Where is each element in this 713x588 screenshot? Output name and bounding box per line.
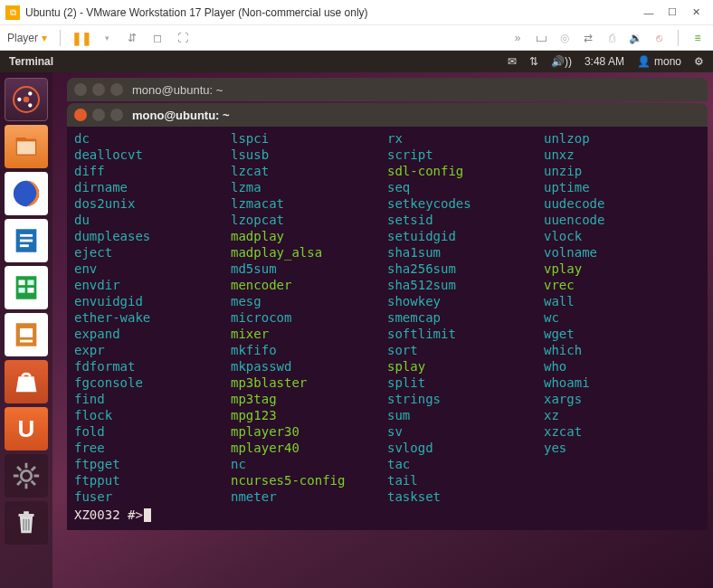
command-entry: mplayer40 xyxy=(231,440,387,456)
vmware-icon: ⧉ xyxy=(5,5,20,20)
command-entry: seq xyxy=(387,179,544,195)
clock[interactable]: 3:48 AM xyxy=(585,55,624,68)
mail-indicator-icon[interactable]: ✉ xyxy=(508,55,517,68)
command-entry: free xyxy=(74,440,231,456)
command-entry: mkpasswd xyxy=(231,358,387,375)
command-entry: dc xyxy=(74,130,231,147)
toolbar-separator xyxy=(678,30,679,46)
command-entry: sha256sum xyxy=(387,261,544,277)
command-entry: lzcat xyxy=(231,163,387,179)
command-entry: xzcat xyxy=(544,423,700,440)
dash-home-icon[interactable] xyxy=(5,78,48,121)
command-entry: expand xyxy=(74,326,231,342)
command-entry: fgconsole xyxy=(74,375,231,391)
command-entry: mixer xyxy=(231,326,387,342)
svg-rect-21 xyxy=(19,514,34,517)
trash-icon[interactable] xyxy=(5,501,48,545)
close-icon[interactable] xyxy=(74,109,87,121)
libreoffice-writer-icon[interactable] xyxy=(5,219,48,262)
system-settings-icon[interactable] xyxy=(5,454,48,498)
network-indicator-icon[interactable]: ⇅ xyxy=(529,55,538,68)
command-entry: script xyxy=(387,147,544,163)
svg-point-2 xyxy=(28,91,32,95)
command-entry: dos2unix xyxy=(74,195,231,212)
libreoffice-calc-icon[interactable] xyxy=(5,266,48,309)
firefox-icon[interactable] xyxy=(5,172,48,215)
terminal-prompt: XZ0032 #> xyxy=(74,507,143,522)
command-entry: wc xyxy=(544,309,700,326)
terminal-bg-title-text: mono@ubuntu: ~ xyxy=(132,83,223,97)
dropdown-icon[interactable]: ▾ xyxy=(99,30,115,46)
command-entry: sv xyxy=(387,423,544,440)
svg-rect-10 xyxy=(20,240,33,242)
maximize-icon[interactable] xyxy=(110,83,123,96)
network-icon[interactable]: ⇄ xyxy=(580,30,596,46)
command-entry: wget xyxy=(544,326,700,342)
command-entry: who xyxy=(544,358,700,375)
send-ctrl-alt-del-icon[interactable]: ⇵ xyxy=(124,30,140,46)
command-entry: unlzop xyxy=(544,130,700,147)
svg-rect-9 xyxy=(20,234,33,237)
command-entry: mp3tag xyxy=(231,391,387,407)
sound-icon[interactable]: 🔉 xyxy=(627,30,643,46)
terminal-titlebar[interactable]: mono@ubuntu: ~ xyxy=(67,103,708,127)
toolbar-separator xyxy=(60,30,61,46)
ubuntu-desktop: Terminal ✉ ⇅ 🔊)) 3:48 AM 👤 mono ⚙ U xyxy=(0,51,713,588)
ubuntu-one-icon[interactable]: U xyxy=(5,407,48,450)
disk-icon[interactable]: ⌴ xyxy=(533,30,549,46)
command-entry: setuidgid xyxy=(387,228,544,244)
user-menu[interactable]: 👤 mono xyxy=(637,55,681,68)
command-entry: ftpget xyxy=(74,456,231,472)
command-entry: rx xyxy=(387,130,544,147)
unity-icon[interactable]: ◻ xyxy=(149,30,166,46)
fullscreen-icon[interactable]: ⛶ xyxy=(175,30,191,46)
player-menu-label: Player xyxy=(7,32,38,44)
printer-icon[interactable]: ⎙ xyxy=(604,30,620,46)
minimize-icon[interactable] xyxy=(92,83,105,96)
command-entry: lsusb xyxy=(231,147,387,163)
minimize-icon[interactable] xyxy=(92,109,105,121)
maximize-icon[interactable] xyxy=(110,109,123,121)
terminal-window-stack: mono@ubuntu: ~ mono@ubuntu: ~ dcdeallocv… xyxy=(67,78,708,530)
command-entry: md5sum xyxy=(231,261,387,277)
command-entry: sdl-config xyxy=(387,163,544,179)
command-entry: sha512sum xyxy=(387,277,544,293)
command-entry: softlimit xyxy=(387,326,544,342)
command-entry: ftpput xyxy=(74,472,231,488)
sound-indicator-icon[interactable]: 🔊)) xyxy=(551,55,572,68)
software-center-icon[interactable] xyxy=(5,360,48,403)
command-entry: fold xyxy=(74,423,231,440)
pause-icon[interactable]: ❚❚ xyxy=(73,30,90,46)
usb-icon[interactable]: ⎋ xyxy=(651,30,667,46)
command-entry: tail xyxy=(387,472,544,488)
command-entry: fuser xyxy=(74,488,231,505)
gear-icon[interactable]: ⚙ xyxy=(694,55,704,68)
fast-icon[interactable]: » xyxy=(509,30,526,46)
command-entry: madplay_alsa xyxy=(231,244,387,261)
files-app-icon[interactable] xyxy=(5,125,48,168)
command-entry: envuidgid xyxy=(74,293,231,309)
command-entry: unxz xyxy=(544,147,700,163)
terminal-body[interactable]: dcdeallocvtdiffdirnamedos2unixdudumpleas… xyxy=(67,127,708,530)
command-entry: yes xyxy=(544,440,700,456)
command-entry: uuencode xyxy=(544,212,700,228)
tools-icon[interactable]: ≡ xyxy=(689,30,706,46)
command-entry: madplay xyxy=(231,228,387,244)
window-maximize-button[interactable]: ☐ xyxy=(661,4,684,22)
window-minimize-button[interactable]: — xyxy=(637,4,661,22)
command-entry: vplay xyxy=(544,261,700,277)
player-menu[interactable]: Player ▾ xyxy=(7,32,47,44)
command-entry: expr xyxy=(74,342,231,358)
svg-point-1 xyxy=(17,98,21,101)
window-close-button[interactable]: ✕ xyxy=(684,4,708,22)
command-entry: env xyxy=(74,261,231,277)
command-entry: showkey xyxy=(387,293,544,309)
command-entry: volname xyxy=(544,244,700,261)
svg-rect-11 xyxy=(20,244,29,247)
active-app-title: Terminal xyxy=(9,55,53,68)
cd-icon[interactable]: ◎ xyxy=(556,30,573,46)
svg-point-0 xyxy=(24,97,30,103)
libreoffice-impress-icon[interactable] xyxy=(5,313,48,356)
terminal-background-titlebar[interactable]: mono@ubuntu: ~ xyxy=(67,78,708,101)
close-icon[interactable] xyxy=(74,83,87,96)
